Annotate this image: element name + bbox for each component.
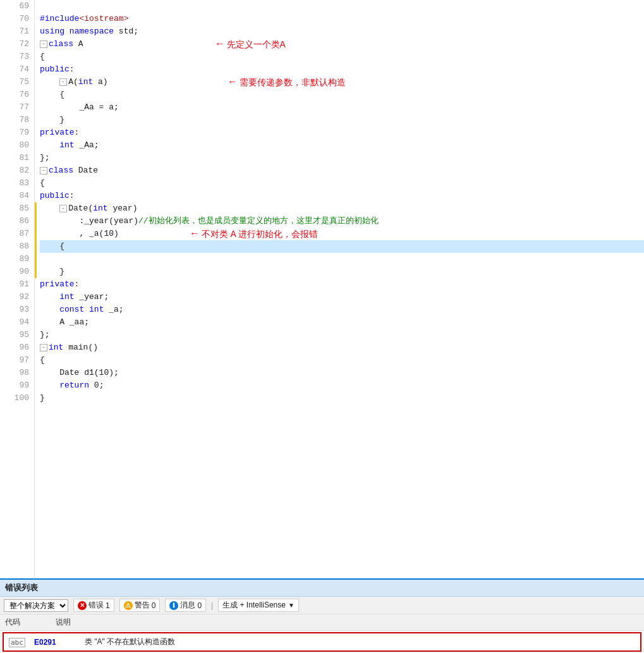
fold-icon-85[interactable]: -	[59, 205, 67, 212]
fold-icon-82[interactable]: -	[40, 167, 47, 174]
code-line-92: int _year;	[40, 291, 644, 303]
fold-icon-96[interactable]: -	[40, 344, 47, 351]
code-line-81: };	[40, 152, 644, 164]
code-line-75: -A(int a) ← 需要传递参数，非默认构造	[40, 76, 644, 88]
warning-label: 警告	[135, 600, 150, 611]
code-line-94: A _aa;	[40, 316, 644, 329]
code-editor: 69 70 71 72 73 74 75 76 77 78 79 80 81 8…	[0, 0, 644, 578]
error-toolbar: 整个解决方案 ✕ 错误 1 ⚠ 警告 0 ℹ 消息 0 | 生成 + Intel…	[0, 597, 644, 614]
dropdown-chevron-icon: ▼	[288, 602, 295, 609]
code-line-80: int _Aa;	[40, 139, 644, 152]
code-line-86: :_year(year)//初始化列表，也是成员变量定义的地方，这里才是真正的初…	[40, 215, 644, 228]
code-line-90: }	[40, 265, 644, 278]
code-line-93: const int _a;	[40, 303, 644, 316]
error-count-badge[interactable]: ✕ 错误 1	[73, 599, 114, 612]
code-line-88: {	[40, 240, 644, 253]
code-line-72: -class A ← 先定义一个类A	[40, 38, 644, 51]
error-row-icon: abc	[4, 637, 29, 648]
annotation-class-a: ← 先定义一个类A	[217, 38, 286, 51]
toolbar-separator: |	[211, 601, 213, 610]
line-indicator	[35, 202, 37, 278]
code-line-91: private:	[40, 278, 644, 291]
error-panel: 错误列表 整个解决方案 ✕ 错误 1 ⚠ 警告 0 ℹ 消息 0 | 生成 + …	[0, 578, 644, 653]
warning-count-badge[interactable]: ⚠ 警告 0	[119, 599, 161, 612]
code-line-89	[40, 253, 644, 265]
col-header-code: 代码	[0, 616, 51, 629]
annotation-init-error: ← 不对类 A 进行初始化，会报错	[191, 228, 318, 240]
error-label: 错误	[88, 600, 104, 611]
code-line-99: return 0;	[40, 379, 644, 392]
code-line-95: };	[40, 329, 644, 341]
col-header-desc: 说明	[51, 616, 644, 629]
line-numbers: 69 70 71 72 73 74 75 76 77 78 79 80 81 8…	[0, 0, 35, 578]
scope-selector[interactable]: 整个解决方案	[4, 599, 68, 612]
code-line-82: -class Date	[40, 164, 644, 177]
message-count: 0	[197, 601, 202, 610]
error-icon: ✕	[78, 601, 87, 610]
code-line-83: {	[40, 177, 644, 190]
code-line-76: {	[40, 88, 644, 101]
code-line-85: -Date(int year)	[40, 202, 644, 215]
code-line-71: using namespace std;	[40, 25, 644, 38]
fold-icon-75[interactable]: -	[59, 78, 67, 86]
warning-icon: ⚠	[124, 601, 133, 610]
code-line-74: public:	[40, 63, 644, 76]
error-table-header: 代码 说明	[0, 614, 644, 631]
code-line-79: private:	[40, 126, 644, 139]
error-panel-title: 错误列表	[0, 580, 644, 597]
warning-count: 0	[152, 601, 156, 610]
code-line-84: public:	[40, 190, 644, 202]
code-line-69	[40, 0, 644, 13]
code-line-78: }	[40, 114, 644, 126]
code-line-96: -int main()	[40, 341, 644, 354]
fold-icon-72[interactable]: -	[40, 40, 47, 48]
intellisense-filter[interactable]: 生成 + IntelliSense ▼	[218, 599, 299, 612]
message-icon: ℹ	[169, 601, 178, 610]
code-line-73: {	[40, 51, 644, 63]
message-label: 消息	[180, 600, 195, 611]
code-area: 69 70 71 72 73 74 75 76 77 78 79 80 81 8…	[0, 0, 644, 578]
code-line-77: _Aa = a;	[40, 101, 644, 114]
error-row-0[interactable]: abc E0291 类 "A" 不存在默认构造函数	[3, 632, 641, 652]
error-row-message: 类 "A" 不存在默认构造函数	[80, 635, 640, 649]
annotation-non-default: ← 需要传递参数，非默认构造	[229, 76, 346, 88]
code-line-87: , _a(10) ← 不对类 A 进行初始化，会报错	[40, 228, 644, 240]
code-content[interactable]: #include<iostream> using namespace std; …	[35, 0, 644, 405]
error-count: 1	[106, 601, 110, 610]
code-line-97: {	[40, 354, 644, 367]
intellisense-label: 生成 + IntelliSense	[222, 600, 286, 611]
code-line-100: }	[40, 392, 644, 405]
code-line-98: Date d1(10);	[40, 367, 644, 379]
message-count-badge[interactable]: ℹ 消息 0	[165, 599, 206, 612]
code-line-70: #include<iostream>	[40, 13, 644, 25]
error-row-code: E0291	[29, 637, 80, 648]
